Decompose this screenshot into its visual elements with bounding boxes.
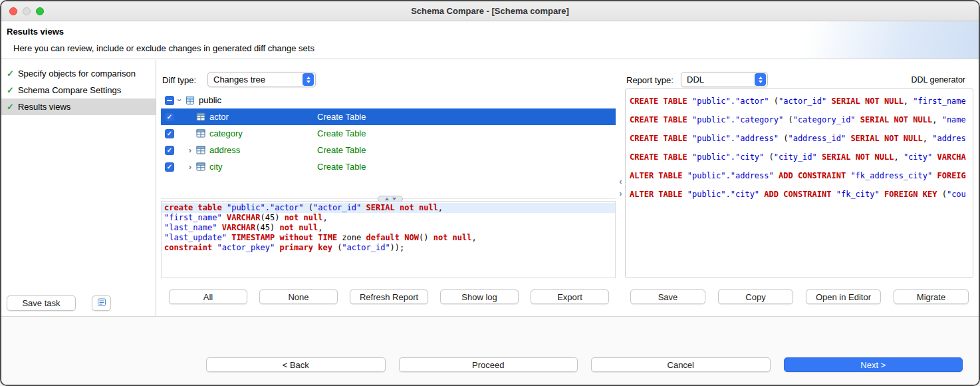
chevron-right-icon[interactable]: › xyxy=(185,162,195,171)
sql-token: not null xyxy=(400,203,438,212)
sql-token: "actor_id" xyxy=(779,96,826,106)
check-icon: ✓ xyxy=(167,114,172,120)
tree-row-city[interactable]: ✓›cityCreate Table xyxy=(161,158,616,175)
save-task-button[interactable]: Save task xyxy=(7,295,76,311)
sql-token: FOREIG xyxy=(937,171,965,180)
sql-token: "address_id" xyxy=(788,134,846,143)
sql-token: "name xyxy=(942,115,966,124)
collapse-up-icon xyxy=(385,198,389,200)
tree-item-action: Create Table xyxy=(317,128,366,138)
wizard-step-specify-objects-for-comparison[interactable]: ✓Specify objects for comparison xyxy=(1,65,156,82)
report-type-select[interactable]: DDL xyxy=(681,72,768,87)
sql-token: "first_name xyxy=(913,96,965,106)
sql-token: , xyxy=(322,213,327,222)
diff-type-label: Diff type: xyxy=(162,75,196,85)
vertical-splitter[interactable]: ‹ › xyxy=(616,59,625,316)
tree-row-public[interactable]: ›public xyxy=(161,92,616,108)
sql-token: "public"."city" xyxy=(687,190,759,199)
table-icon xyxy=(196,129,208,138)
changes-tree: ›public✓actorCreate Table✓categoryCreate… xyxy=(161,92,616,197)
all-button[interactable]: All xyxy=(169,290,247,304)
sql-token: "last_update" xyxy=(164,233,227,242)
mixed-state-icon xyxy=(167,100,172,101)
traffic-lights xyxy=(9,7,44,15)
sql-token: not null xyxy=(285,213,323,222)
chevron-down-icon[interactable]: › xyxy=(176,95,184,106)
migrate-button[interactable]: Migrate xyxy=(894,290,969,304)
report-type-value: DDL xyxy=(687,75,753,85)
sql-token: ALTER TABLE xyxy=(630,171,682,180)
refresh-report-button[interactable]: Refresh Report xyxy=(350,290,428,304)
check-icon: ✓ xyxy=(7,69,14,79)
sql-token: NOT NULL xyxy=(865,96,904,106)
sql-token: NOT NULL xyxy=(856,152,894,162)
checkbox[interactable] xyxy=(165,96,174,105)
checkbox[interactable]: ✓ xyxy=(165,162,174,172)
minimize-button[interactable] xyxy=(23,7,31,15)
sql-token: ( xyxy=(769,96,779,106)
collapse-right-icon: › xyxy=(620,189,622,198)
tree-row-address[interactable]: ✓›addressCreate Table xyxy=(161,142,616,158)
task-actions: Save task xyxy=(7,295,111,311)
diff-actions: AllNoneRefresh ReportShow logExport xyxy=(169,290,609,304)
table-icon xyxy=(196,112,208,121)
page-title: Results views xyxy=(7,27,64,37)
wizard-step-results-views[interactable]: ✓Results views xyxy=(1,98,156,115)
sql-token: not null xyxy=(433,233,472,242)
sql-token xyxy=(687,134,692,143)
check-icon: ✓ xyxy=(7,102,14,112)
wizard-step-schema-compare-settings[interactable]: ✓Schema Compare Settings xyxy=(1,82,156,98)
sql-token: "public"."address" xyxy=(692,134,779,143)
cancel-button[interactable]: Cancel xyxy=(591,357,771,372)
collapse-down-icon xyxy=(392,198,396,200)
tree-item-label: public xyxy=(199,95,221,105)
tree-row-category[interactable]: ✓categoryCreate Table xyxy=(161,125,616,142)
open-in-editor-button[interactable]: Open in Editor xyxy=(806,290,881,304)
footer-divider xyxy=(1,316,979,317)
horizontal-splitter[interactable] xyxy=(378,196,403,202)
dialog-buttons: < BackProceedCancelNext > xyxy=(206,357,963,372)
tree-row-actor[interactable]: ✓actorCreate Table xyxy=(161,108,616,125)
back-button[interactable]: < Back xyxy=(206,357,386,372)
wizard-step-label: Results views xyxy=(18,102,70,112)
sql-token: , xyxy=(318,223,322,232)
sql-token xyxy=(831,190,836,199)
diff-type-select[interactable]: Changes tree xyxy=(207,72,316,87)
chevron-right-icon[interactable]: › xyxy=(185,146,195,154)
footer-area xyxy=(1,317,979,385)
sql-token: ( xyxy=(304,203,313,212)
proceed-button[interactable]: Proceed xyxy=(399,357,578,372)
sql-token: )); xyxy=(390,243,405,252)
sql-token xyxy=(687,96,692,106)
check-icon: ✓ xyxy=(167,164,172,170)
save-button[interactable]: Save xyxy=(630,290,705,304)
sql-token: "public"."actor" xyxy=(692,96,769,106)
sql-token: ( xyxy=(779,134,788,143)
checkbox[interactable]: ✓ xyxy=(165,146,174,155)
tree-item-action: Create Table xyxy=(317,145,366,155)
collapse-left-icon: ‹ xyxy=(620,177,622,186)
stepper-icon xyxy=(303,73,314,86)
tree-item-action: Create Table xyxy=(317,112,366,122)
task-settings-button[interactable] xyxy=(92,295,111,311)
sql-line: "last_update" TIMESTAMP without TIME zon… xyxy=(162,233,615,243)
sql-token: NOW xyxy=(404,233,419,242)
sql-token xyxy=(817,152,822,162)
none-button[interactable]: None xyxy=(259,290,338,304)
zoom-button[interactable] xyxy=(36,7,44,15)
sql-token: "fk_address_city" xyxy=(850,171,932,180)
sql-preview: create table "public"."actor" ("actor_id… xyxy=(161,201,616,278)
next-button[interactable]: Next > xyxy=(784,357,963,372)
sql-token: "public"."address" xyxy=(687,171,774,180)
sql-token xyxy=(395,203,400,212)
checkbox[interactable]: ✓ xyxy=(165,129,174,138)
sql-token: ( xyxy=(332,243,342,252)
sql-token: "actor_id" xyxy=(342,243,390,252)
export-button[interactable]: Export xyxy=(531,290,609,304)
banner-decoration xyxy=(713,21,979,59)
checkbox[interactable]: ✓ xyxy=(165,112,174,122)
sql-token: "city_id" xyxy=(774,152,817,162)
close-button[interactable] xyxy=(9,7,17,15)
copy-button[interactable]: Copy xyxy=(718,290,793,304)
show-log-button[interactable]: Show log xyxy=(440,290,519,304)
